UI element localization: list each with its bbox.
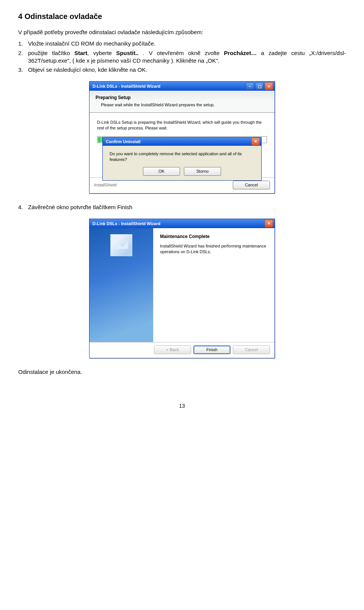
cancel-button[interactable]: Cancel [233,181,270,189]
storno-button[interactable]: Storno [184,167,221,176]
wizard-footer: < Back Finish Cancel [89,342,275,358]
instruction-list: 1. Vložte instalační CD ROM do mechaniky… [18,40,346,74]
window-title: D-Link DSLs - InstallShield Wizard [93,221,264,227]
confirm-close-button[interactable]: ✕ [251,138,260,145]
wizard-body-text: D-Link DSLs Setup is preparing the Insta… [97,120,267,131]
confirm-title: Confirm Uninstall [106,139,250,145]
section-intro: V případě potřeby proveďte odinstalaci o… [18,28,346,36]
wizard-sidebar [89,228,153,342]
page-number: 13 [18,402,346,410]
brand-label: InstallShield [94,182,116,188]
confirm-body-text: Do you want to completely remove the sel… [103,146,261,167]
list-number: 2. [18,49,28,65]
text: . V otevřeném okně zvolte [138,50,224,56]
wizard-body-text: InstallShield Wizard has finished perfor… [160,243,268,255]
wizard-subheading: Please wait while the InstallShield Wiza… [101,102,268,108]
wizard-content: Maintenance Complete InstallShield Wizar… [153,228,275,342]
list-text: Závěrečné okno potvrďte tlačítkem Finish [28,203,346,211]
confirm-titlebar: Confirm Uninstall ✕ [103,137,261,146]
window-title: D-Link DSLs - InstallShield Wizard [93,84,245,89]
window-titlebar: D-Link DSLs - InstallShield Wizard ✕ [89,219,275,228]
section-heading: 4 Odinstalace ovladače [18,11,346,22]
list-text: Vložte instalační CD ROM do mechaniky po… [28,40,346,47]
closing-text: Odinstalace je ukončena. [18,368,346,376]
list-item: 2. použijte tlačítko Start, vyberte Spus… [18,49,346,65]
installshield-logo-icon [110,234,132,256]
wizard-body: D-Link DSLs Setup is preparing the Insta… [89,113,275,177]
maximize-button[interactable]: ▢ [255,82,264,90]
bold-text: Start [74,50,87,56]
confirm-dialog: Confirm Uninstall ✕ Do you want to compl… [102,137,262,181]
close-button[interactable]: ✕ [265,82,273,90]
list-item: 4. Závěrečné okno potvrďte tlačítkem Fin… [18,203,346,211]
installshield-wizard: D-Link DSLs - InstallShield Wizard – ▢ ✕… [89,81,275,194]
wizard-header: Preparing Setup Please wait while the In… [89,91,275,113]
wizard-heading: Maintenance Complete [160,233,268,240]
ok-button[interactable]: OK [143,167,180,176]
instruction-list-continued: 4. Závěrečné okno potvrďte tlačítkem Fin… [18,203,346,211]
bold-text: Procházet… [224,50,257,56]
text: , vyberte [87,50,116,56]
finish-button[interactable]: Finish [193,345,231,354]
list-number: 1. [18,40,28,47]
cancel-button: Cancel [233,345,270,354]
list-text: Objeví se následující okno, kde klikněte… [28,66,346,74]
list-item: 1. Vložte instalační CD ROM do mechaniky… [18,40,346,47]
close-button[interactable]: ✕ [265,220,273,227]
list-item: 3. Objeví se následující okno, kde klikn… [18,66,346,74]
minimize-button[interactable]: – [246,82,254,90]
text: použijte tlačítko [28,50,74,56]
wizard-heading: Preparing Setup [96,95,268,101]
list-number: 3. [18,66,28,74]
list-number: 4. [18,203,28,211]
bold-text: Spustit.. [116,50,138,56]
list-text: použijte tlačítko Start, vyberte Spustit… [28,49,346,65]
window-titlebar: D-Link DSLs - InstallShield Wizard – ▢ ✕ [89,82,275,91]
installshield-wizard-finish: D-Link DSLs - InstallShield Wizard ✕ Mai… [89,219,275,358]
back-button: < Back [154,345,191,354]
